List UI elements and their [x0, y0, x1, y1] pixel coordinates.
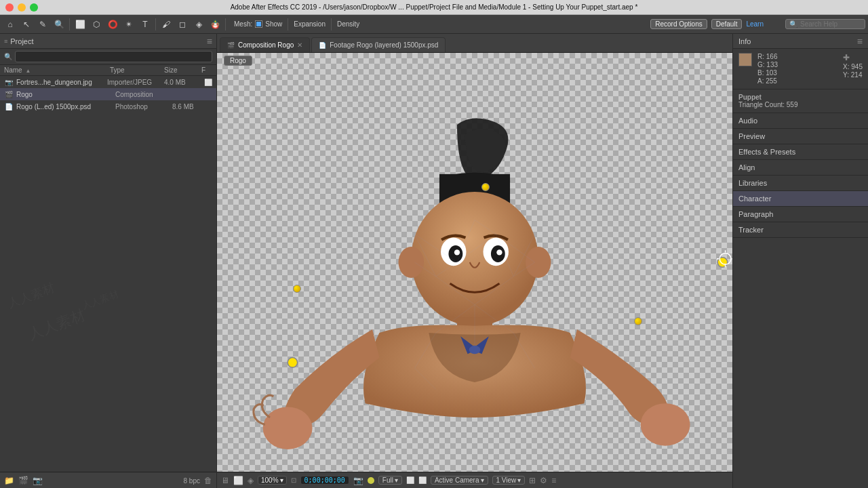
color-info-row: R: 166 G: 133 B: 103 A: 255 ✚ X: 945 Y: … [733, 49, 868, 89]
star-tool[interactable]: ✴ [121, 17, 136, 32]
comp-controls: 🖥 ⬜ ◈ 100% ▾ ⊡ 0;00;00;00 📷 Full ▾ ⬜ ⬜ A… [217, 472, 732, 488]
time-display[interactable]: 0;00;00;00 [300, 476, 349, 485]
search-box[interactable]: 🔍 [785, 19, 865, 29]
eraser-tool[interactable]: ◻ [175, 17, 190, 32]
trash-icon[interactable]: 🗑 [204, 476, 212, 485]
home-button[interactable]: ⌂ [3, 17, 18, 32]
puppet-icon: ◈ [248, 476, 254, 485]
green-value-row: G: 133 [757, 61, 837, 68]
window-title: Adobe After Effects CC 2019 - /Users/jas… [231, 3, 638, 11]
zoom-value: 100% [261, 476, 279, 484]
zoom-tool[interactable]: 🔍 [52, 17, 66, 32]
fit-icon[interactable]: ⊡ [291, 476, 296, 484]
minimize-button[interactable] [18, 3, 26, 12]
alpha-value-row: A: 255 [757, 77, 837, 85]
puppet-canvas [217, 53, 732, 472]
section-libraries[interactable]: Libraries [733, 176, 868, 191]
effects-presets-label: Effects & Presets [738, 148, 795, 156]
section-tracker[interactable]: Tracker [733, 222, 868, 238]
learn-label[interactable]: Learn [746, 20, 764, 28]
project-menu-icon[interactable]: ≡ [4, 38, 7, 45]
composition-viewer[interactable]: Rogo [217, 53, 732, 472]
new-comp-icon[interactable]: 🎬 [18, 476, 28, 485]
grid-icon[interactable]: ⊞ [529, 476, 536, 485]
quality-chevron: ▾ [395, 476, 398, 484]
footage-tab-icon: 📄 [319, 42, 326, 49]
col-name-header[interactable]: Name ▲ [4, 66, 110, 74]
col-size-header: Size [164, 66, 201, 74]
color-swatch [738, 53, 752, 66]
camera-chevron: ▾ [481, 476, 484, 484]
new-folder-icon[interactable]: 📁 [4, 476, 14, 485]
comp-options-icon[interactable]: ≡ [551, 476, 556, 485]
pen-tool[interactable]: ✎ [35, 17, 50, 32]
shape-tool[interactable]: ⬡ [89, 17, 104, 32]
section-audio[interactable]: Audio [733, 113, 868, 129]
section-paragraph[interactable]: Paragraph [733, 207, 868, 222]
search-icon: 🔍 [789, 20, 797, 28]
file-icon-rogo: 🎬 [4, 89, 14, 99]
camera-dropdown[interactable]: Active Camera ▾ [431, 476, 488, 485]
show-checkbox[interactable] [255, 20, 262, 28]
quality-icon-a: ⬜ [406, 476, 414, 484]
paragraph-label: Paragraph [738, 210, 773, 218]
comp-tab-close[interactable]: ✕ [297, 41, 302, 49]
file-type-dungeon: Importer/JPEG [107, 79, 161, 86]
red-value-row: R: 166 [757, 53, 837, 60]
file-size-dungeon: 4.0 MB [164, 79, 201, 86]
text-tool[interactable]: T [138, 17, 153, 32]
puppet-tri-count: Triangle Count: 559 [738, 101, 863, 108]
file-item-rogo[interactable]: 🎬 Rogo Composition [0, 88, 216, 100]
section-character[interactable]: Character [733, 191, 868, 207]
separator-5 [331, 18, 332, 30]
libraries-label: Libraries [738, 179, 767, 187]
watermark-1: 人人素材 [5, 279, 57, 311]
col-flag-header: F [201, 66, 212, 74]
zoom-dropdown[interactable]: 100% ▾ [258, 476, 287, 485]
new-footage-icon[interactable]: 📷 [33, 476, 43, 485]
density-label: Density [337, 20, 359, 28]
pin-head[interactable] [481, 183, 490, 191]
ellipse-tool[interactable]: ⭕ [105, 17, 120, 32]
left-panel: ≡ Project ≡ 🔍 Name ▲ Type Size F 📷 [0, 34, 217, 488]
section-preview[interactable]: Preview [733, 129, 868, 144]
settings-icon-comp[interactable]: ⚙ [540, 476, 547, 485]
left-panel-bottom: 📁 🎬 📷 8 bpc 🗑 [0, 472, 216, 488]
project-title: Project [10, 37, 33, 45]
quality-dropdown[interactable]: Full ▾ [378, 476, 402, 485]
file-type-rogo: Composition [115, 91, 170, 98]
record-options-button[interactable]: Record Options [650, 19, 707, 29]
close-button[interactable] [5, 3, 14, 12]
footage-tab[interactable]: 📄 Footage Rogo (layered) 1500px.psd [311, 37, 446, 52]
file-list-header: Name ▲ Type Size F [0, 65, 216, 76]
maximize-button[interactable] [30, 3, 38, 12]
file-flag-dungeon: ⬜ [204, 79, 212, 86]
puppet-tool[interactable]: 🪆 [208, 17, 222, 32]
camera-capture-icon[interactable]: 📷 [353, 476, 363, 485]
composition-tab[interactable]: 🎬 Composition Rogo ✕ [220, 37, 310, 52]
x-position: X: 945 [843, 63, 863, 70]
color-dot [368, 477, 374, 484]
view-dropdown[interactable]: 1 View ▾ [492, 476, 526, 485]
info-menu-icon[interactable]: ≡ [857, 36, 863, 47]
pin-right-hand[interactable] [634, 317, 642, 325]
project-search-input[interactable] [15, 51, 212, 62]
file-type-psd: Photoshop [115, 103, 170, 110]
align-label: Align [738, 163, 755, 171]
select-tool[interactable]: ↖ [19, 17, 34, 32]
file-item-psd[interactable]: 📄 Rogo (L..ed) 1500px.psd Photoshop 8.6 … [0, 100, 216, 113]
traffic-lights [5, 3, 38, 12]
rect-tool[interactable]: ⬜ [73, 17, 87, 32]
zoom-chevron: ▾ [280, 476, 283, 484]
section-effects-presets[interactable]: Effects & Presets [733, 144, 868, 160]
clone-tool[interactable]: ◈ [191, 17, 206, 32]
section-align[interactable]: Align [733, 160, 868, 176]
color-values: R: 166 G: 133 B: 103 A: 255 [757, 53, 837, 85]
pin-left-hand[interactable] [293, 285, 301, 293]
file-item-dungeon[interactable]: 📷 Fortres...he_dungeon.jpg Importer/JPEG… [0, 76, 216, 88]
search-input[interactable] [800, 20, 861, 28]
default-button[interactable]: Default [711, 19, 743, 29]
crosshair-icon: ✚ [843, 53, 850, 62]
brush-tool[interactable]: 🖌 [159, 17, 174, 32]
project-options-icon[interactable]: ≡ [207, 36, 212, 47]
